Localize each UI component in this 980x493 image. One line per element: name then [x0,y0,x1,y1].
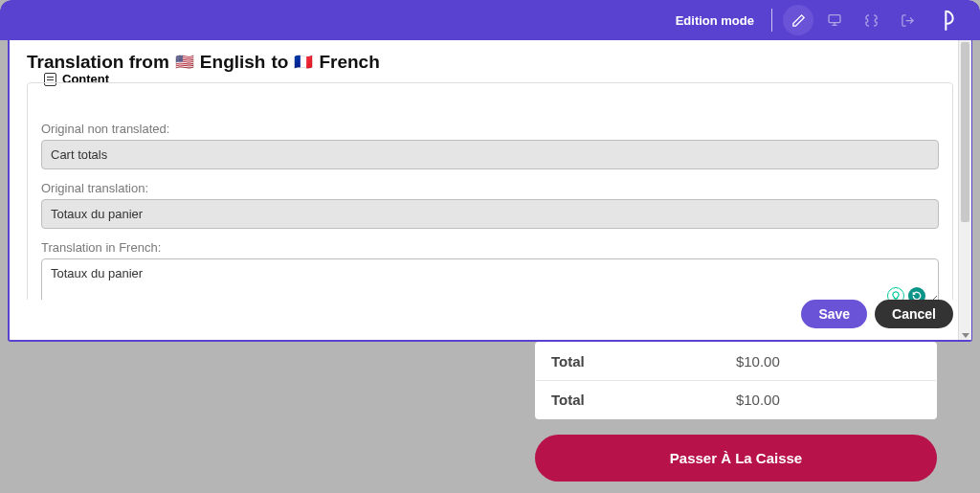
svg-rect-0 [829,15,840,23]
total-value: $10.00 [721,343,937,381]
top-bar: Edition mode [0,0,980,40]
from-lang: English [200,52,266,73]
brand-icon[interactable] [931,2,968,38]
input-original-translation [41,199,939,229]
label-original-non-translated: Original non translated: [41,122,939,136]
translation-modal: Translation from 🇺🇸 English to 🇫🇷 French… [8,40,972,342]
label-translation-in-french: Translation in French: [41,240,939,255]
table-row: Total $10.00 [536,381,937,419]
input-original-non-translated [41,140,939,169]
modal-actions: Save Cancel [10,300,970,340]
save-button[interactable]: Save [801,300,867,328]
reset-icon[interactable] [908,287,925,300]
separator [771,9,772,32]
flag-to-icon: 🇫🇷 [294,55,313,70]
flag-from-icon: 🇺🇸 [175,55,194,70]
exit-icon[interactable] [892,5,923,35]
code-icon[interactable] [856,5,886,35]
edit-icon[interactable] [783,5,813,35]
checkout-button[interactable]: Passer À La Caisse [535,435,937,482]
total-label: Total [536,381,721,419]
background-cart: Total $10.00 Total $10.00 Passer À La Ca… [535,342,937,482]
input-translation-in-french[interactable] [41,258,939,300]
total-value: $10.00 [721,381,937,419]
content-fieldset: Content Original non translated: Origina… [27,82,953,300]
cart-totals-table: Total $10.00 Total $10.00 [535,342,937,419]
to-word: to [271,52,288,73]
desktop-icon[interactable] [819,5,850,35]
cancel-button[interactable]: Cancel [875,300,953,328]
table-row: Total $10.00 [536,343,937,381]
suggest-icon[interactable] [887,287,904,300]
label-original-translation: Original translation: [41,181,939,195]
to-lang: French [319,52,379,73]
edition-mode-label: Edition mode [676,13,754,28]
modal-title: Translation from 🇺🇸 English to 🇫🇷 French [27,52,953,73]
title-prefix: Translation from [27,52,169,73]
modal-scrollbar[interactable] [958,40,971,340]
total-label: Total [536,343,721,381]
